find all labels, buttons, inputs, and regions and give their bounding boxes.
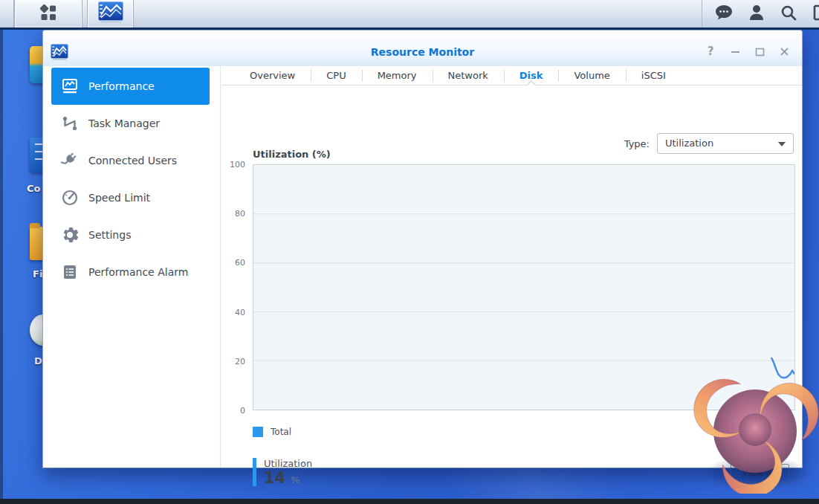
taskbar-right-icons bbox=[702, 0, 819, 28]
taskbar bbox=[0, 0, 819, 30]
resource-monitor-taskbar-button[interactable] bbox=[87, 0, 134, 28]
sidebar-item-performance-alarm[interactable]: Performance Alarm bbox=[51, 253, 210, 291]
screen-edge-shade bbox=[0, 0, 3, 504]
view-all-button[interactable]: View All bbox=[731, 464, 789, 482]
sidebar-item-label: Speed Limit bbox=[88, 192, 150, 204]
main-panel: Overview CPU Memory Network Disk Volume … bbox=[221, 66, 802, 468]
sidebar-item-label: Performance Alarm bbox=[88, 266, 188, 278]
sidebar-item-label: Task Manager bbox=[88, 117, 160, 129]
partial-widget-icon[interactable] bbox=[812, 4, 819, 25]
plug-icon bbox=[61, 152, 79, 169]
stat-label: Utilization bbox=[264, 458, 312, 469]
sidebar-item-speed-limit[interactable]: Speed Limit bbox=[51, 179, 210, 216]
desktop-icon-label[interactable]: Co bbox=[27, 183, 40, 194]
tab-volume[interactable]: Volume bbox=[558, 66, 625, 85]
stat-accent-bar bbox=[253, 458, 256, 486]
utilization-chart bbox=[253, 164, 795, 410]
close-button[interactable] bbox=[778, 45, 790, 58]
sidebar-item-performance[interactable]: Performance bbox=[51, 68, 210, 105]
user-icon[interactable] bbox=[748, 4, 765, 25]
performance-chart-icon bbox=[61, 77, 79, 95]
screen: Co Fi D Resource Monitor bbox=[0, 0, 819, 504]
stat-unit: % bbox=[291, 474, 300, 485]
chart-title: Utilization (%) bbox=[253, 149, 331, 160]
help-button[interactable]: ? bbox=[705, 45, 716, 58]
speedometer-icon bbox=[61, 189, 79, 207]
sidebar-item-connected-users[interactable]: Connected Users bbox=[51, 142, 210, 179]
desktop-icon-label[interactable]: D bbox=[34, 355, 42, 366]
search-icon[interactable] bbox=[780, 4, 797, 25]
sidebar-item-task-manager[interactable]: Task Manager bbox=[51, 105, 210, 142]
tab-disk[interactable]: Disk bbox=[504, 66, 559, 85]
gear-icon bbox=[61, 226, 79, 244]
sidebar-item-label: Connected Users bbox=[88, 155, 177, 167]
resource-monitor-window: Resource Monitor ? Performance bbox=[42, 30, 803, 468]
chart-legend: Total bbox=[253, 427, 291, 437]
sidebar-item-label: Settings bbox=[88, 229, 131, 241]
tab-iscsi[interactable]: iSCSI bbox=[626, 66, 682, 85]
legend-swatch-total bbox=[253, 427, 263, 437]
y-axis-ticks: 020406080100 bbox=[221, 164, 249, 410]
legend-label: Total bbox=[271, 427, 291, 437]
tab-bar: Overview CPU Memory Network Disk Volume … bbox=[221, 66, 802, 85]
type-dropdown[interactable]: Utilization bbox=[657, 133, 794, 154]
tab-overview[interactable]: Overview bbox=[234, 66, 311, 85]
resource-monitor-app-icon bbox=[96, 1, 126, 27]
utilization-stat: Utilization 14% bbox=[253, 458, 312, 489]
screen-bottom-strip bbox=[0, 499, 819, 504]
tab-cpu[interactable]: CPU bbox=[311, 66, 361, 85]
sidebar: Performance Task Manager Connected Users… bbox=[43, 66, 221, 468]
notifications-chat-icon[interactable] bbox=[714, 4, 734, 25]
main-menu-icon bbox=[38, 2, 59, 26]
alarm-list-icon bbox=[61, 263, 79, 281]
sidebar-item-label: Performance bbox=[88, 80, 155, 92]
main-menu-button[interactable] bbox=[14, 0, 82, 28]
stat-value: 14 bbox=[264, 469, 285, 487]
task-manager-icon bbox=[61, 114, 79, 132]
tab-network[interactable]: Network bbox=[433, 66, 504, 85]
desktop-icon-label[interactable]: Fi bbox=[33, 268, 42, 280]
type-label: Type: bbox=[624, 138, 650, 149]
sidebar-item-settings[interactable]: Settings bbox=[51, 216, 210, 253]
minimize-button[interactable] bbox=[729, 45, 741, 58]
window-title: Resource Monitor bbox=[43, 46, 802, 58]
tab-memory[interactable]: Memory bbox=[362, 66, 433, 85]
window-titlebar[interactable]: Resource Monitor ? bbox=[43, 30, 802, 66]
maximize-button[interactable] bbox=[754, 45, 765, 58]
